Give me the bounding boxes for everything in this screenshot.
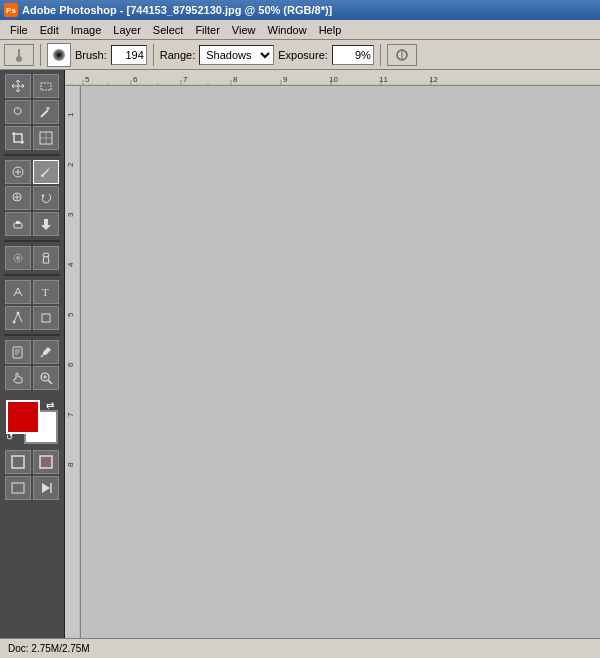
tool-clone[interactable] xyxy=(5,186,31,210)
tool-row-6 xyxy=(4,212,60,236)
menu-help[interactable]: Help xyxy=(313,22,348,38)
tool-history[interactable] xyxy=(33,186,59,210)
tool-row-10 xyxy=(4,340,60,364)
app-icon: Ps xyxy=(4,3,18,17)
tool-blur[interactable] xyxy=(5,246,31,270)
reset-colors-icon[interactable]: ↺ xyxy=(6,432,18,444)
tool-sep-2 xyxy=(4,240,60,242)
svg-text:8: 8 xyxy=(233,75,238,84)
svg-point-25 xyxy=(17,312,20,315)
tool-sep-1 xyxy=(4,154,60,156)
statusbar: Doc: 2.75M/2.75M xyxy=(0,638,600,658)
ruler-vertical: 1 2 3 4 5 6 7 8 xyxy=(65,86,81,638)
range-label: Range: xyxy=(160,49,195,61)
tool-marquee[interactable] xyxy=(33,74,59,98)
tool-standard-mode[interactable] xyxy=(5,450,31,474)
svg-text:7: 7 xyxy=(66,412,75,417)
svg-text:2: 2 xyxy=(66,162,75,167)
tool-heal[interactable] xyxy=(5,160,31,184)
menu-filter[interactable]: Filter xyxy=(189,22,225,38)
tool-pen[interactable] xyxy=(5,280,31,304)
titlebar: Ps Adobe Photoshop - [744153_87952130.jp… xyxy=(0,0,600,20)
tool-sep-3 xyxy=(4,274,60,276)
svg-text:8: 8 xyxy=(66,462,75,467)
tool-notes[interactable] xyxy=(5,340,31,364)
mask-row xyxy=(4,450,60,474)
tool-magic-wand[interactable] xyxy=(33,100,59,124)
svg-point-14 xyxy=(41,174,44,177)
tool-eraser[interactable] xyxy=(5,212,31,236)
svg-text:7: 7 xyxy=(183,75,188,84)
svg-rect-28 xyxy=(13,347,22,358)
tool-row-5 xyxy=(4,186,60,210)
tool-zoom[interactable] xyxy=(33,366,59,390)
tool-text[interactable]: T xyxy=(33,280,59,304)
svg-rect-19 xyxy=(16,221,20,224)
svg-line-32 xyxy=(41,355,43,357)
range-select[interactable]: Shadows Midtones Highlights xyxy=(199,45,274,65)
svg-text:5: 5 xyxy=(85,75,90,84)
exposure-input[interactable] xyxy=(332,45,374,65)
menu-select[interactable]: Select xyxy=(147,22,190,38)
screen-mode-row xyxy=(4,476,60,500)
svg-line-5 xyxy=(41,110,48,117)
menu-window[interactable]: Window xyxy=(262,22,313,38)
svg-text:5: 5 xyxy=(66,312,75,317)
tool-quickmask-mode[interactable] xyxy=(33,450,59,474)
tool-move[interactable] xyxy=(5,74,31,98)
menu-image[interactable]: Image xyxy=(65,22,108,38)
svg-rect-27 xyxy=(42,314,50,322)
menu-file[interactable]: File xyxy=(4,22,34,38)
main-area: T xyxy=(0,70,600,638)
tool-options-btn[interactable] xyxy=(4,44,34,66)
brush-size-input[interactable] xyxy=(111,45,147,65)
separator-1 xyxy=(40,44,41,66)
brush-dot xyxy=(53,49,65,61)
tool-slice[interactable] xyxy=(33,126,59,150)
menu-view[interactable]: View xyxy=(226,22,262,38)
tool-fullscreen[interactable] xyxy=(5,476,31,500)
svg-text:4: 4 xyxy=(66,262,75,267)
color-swatches: ⇄ ↺ xyxy=(6,400,58,444)
status-info: Doc: 2.75M/2.75M xyxy=(8,643,90,654)
tool-lasso[interactable] xyxy=(5,100,31,124)
svg-text:3: 3 xyxy=(66,212,75,217)
svg-point-21 xyxy=(16,256,20,260)
tool-brush[interactable] xyxy=(33,160,59,184)
tool-row-7 xyxy=(4,246,60,270)
tool-shape[interactable] xyxy=(33,306,59,330)
tool-row-3 xyxy=(4,126,60,150)
tool-hand[interactable] xyxy=(5,366,31,390)
airbrush-btn[interactable] xyxy=(387,44,417,66)
svg-text:11: 11 xyxy=(379,75,388,84)
svg-text:10: 10 xyxy=(329,75,338,84)
svg-line-34 xyxy=(48,380,52,384)
tool-eyedropper[interactable] xyxy=(33,340,59,364)
tools-panel: T xyxy=(0,70,65,638)
tool-jump-to-ir[interactable] xyxy=(33,476,59,500)
brush-preview xyxy=(47,43,71,67)
svg-point-26 xyxy=(13,321,16,324)
svg-rect-1 xyxy=(18,49,20,57)
svg-text:6: 6 xyxy=(133,75,138,84)
tool-row-9 xyxy=(4,306,60,330)
ruler-horizontal: 5 6 7 8 9 10 11 12 xyxy=(65,70,600,86)
menu-layer[interactable]: Layer xyxy=(107,22,147,38)
svg-rect-4 xyxy=(41,83,51,90)
tool-sep-4 xyxy=(4,334,60,336)
svg-text:12: 12 xyxy=(429,75,438,84)
separator-2 xyxy=(153,44,154,66)
svg-rect-38 xyxy=(40,456,52,468)
svg-text:1: 1 xyxy=(66,112,75,117)
tool-path[interactable] xyxy=(5,306,31,330)
tool-fill[interactable] xyxy=(33,212,59,236)
tool-dodge[interactable] xyxy=(33,246,59,270)
foreground-color[interactable] xyxy=(6,400,40,434)
tool-row-1 xyxy=(4,74,60,98)
tool-crop[interactable] xyxy=(5,126,31,150)
exposure-label: Exposure: xyxy=(278,49,328,61)
svg-text:6: 6 xyxy=(66,362,75,367)
swap-colors-icon[interactable]: ⇄ xyxy=(46,400,58,412)
menu-edit[interactable]: Edit xyxy=(34,22,65,38)
svg-rect-37 xyxy=(12,456,24,468)
